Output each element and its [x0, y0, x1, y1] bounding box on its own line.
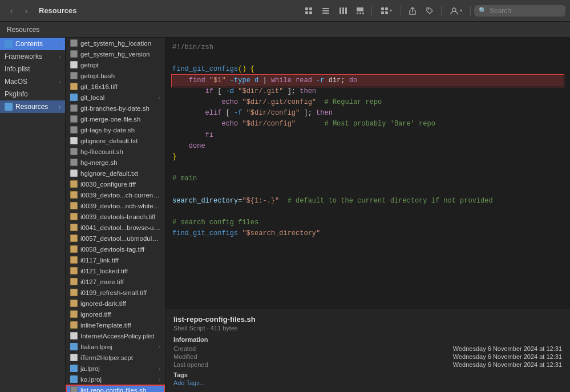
file-item[interactable]: i0041_devtool...browse-up.tiff: [66, 222, 165, 233]
file-item[interactable]: i0039_devtools-branch.tiff: [66, 211, 165, 222]
svg-rect-3: [309, 11, 312, 14]
sidebar-item-frameworks[interactable]: Frameworks ›: [0, 50, 65, 63]
chevron-right-icon: ›: [59, 54, 60, 60]
sidebar-item-label: PkgInfo: [5, 90, 28, 98]
file-item[interactable]: ko.lproj ›: [66, 374, 165, 385]
search-box[interactable]: 🔍: [474, 5, 565, 17]
file-icon: [70, 72, 78, 79]
code-line: }: [172, 152, 563, 163]
file-item[interactable]: ja.lproj ›: [66, 363, 165, 374]
sidebar-item-infoplist[interactable]: Info.plist: [0, 63, 65, 75]
file-icon: [70, 50, 78, 58]
svg-rect-14: [381, 7, 384, 10]
code-view[interactable]: #!/bin/zsh find_git_configs() { find "$1…: [165, 38, 570, 309]
list-view-button[interactable]: [318, 3, 334, 18]
search-icon: 🔍: [479, 7, 487, 14]
file-icon: [70, 310, 78, 318]
code-line: find_git_configs() {: [172, 64, 563, 75]
share-button[interactable]: [405, 3, 421, 18]
file-item[interactable]: inlineTemplate.tiff: [66, 320, 165, 330]
sidebar-item-pkginfo[interactable]: PkgInfo: [0, 88, 65, 100]
code-line: elif [ -f "$dir/config" ]; then: [172, 108, 563, 119]
code-line: echo "$dir/config" # Most probably 'Bare…: [172, 119, 563, 130]
info-row-created: Created Wednesday 6 November 2024 at 12:…: [173, 345, 562, 352]
code-line: [172, 184, 563, 195]
file-item[interactable]: Italian.lproj ›: [66, 341, 165, 352]
sidebar-item-macos[interactable]: MacOS ›: [0, 75, 65, 88]
file-item[interactable]: hg-filecount.sh: [66, 146, 165, 157]
chevron-right-icon: ›: [159, 344, 160, 350]
breadcrumb-resources[interactable]: Resources: [7, 26, 39, 34]
toolbar: ‹ › Resources ▾ ▾: [0, 0, 570, 22]
file-icon: [70, 39, 78, 47]
file-item[interactable]: ignored-dark.tiff: [66, 298, 165, 309]
file-icon: [70, 191, 78, 199]
file-item[interactable]: i0121_locked.tiff: [66, 265, 165, 276]
info-modified-value: Wednesday 6 November 2024 at 12:31: [219, 353, 562, 360]
back-button[interactable]: ‹: [5, 4, 18, 18]
file-icon: [70, 354, 78, 361]
file-item[interactable]: hg-merge.sh: [66, 157, 165, 168]
file-item[interactable]: git-tags-by-date.sh: [66, 124, 165, 135]
view-options-button[interactable]: ▾: [375, 3, 397, 18]
selected-file-label: list-repo-config-files.sh: [80, 387, 146, 393]
file-item[interactable]: iTerm2Helper.scpt: [66, 352, 165, 363]
forward-button[interactable]: ›: [19, 4, 33, 18]
file-item[interactable]: i0117_link.tiff: [66, 254, 165, 265]
file-item[interactable]: i0127_more.tiff: [66, 276, 165, 287]
columns-view-button[interactable]: [335, 3, 351, 18]
sidebar-item-label: Info.plist: [5, 65, 30, 73]
info-subtitle: Shell Script · 411 bytes: [173, 325, 562, 332]
file-item[interactable]: hgignore_default.txt: [66, 168, 165, 179]
svg-rect-2: [305, 11, 308, 14]
sidebar-item-contents[interactable]: Contents ›: [0, 38, 65, 50]
file-icon: [70, 386, 78, 392]
code-line: # search config files: [172, 217, 563, 228]
info-row-last-opened: Last opened Wednesday 6 November 2024 at…: [173, 361, 562, 368]
file-item[interactable]: i0039_devtoo...nch-white.tiff: [66, 200, 165, 211]
file-item[interactable]: i0030_configure.tiff: [66, 179, 165, 189]
file-item[interactable]: get_system_hg_location: [66, 38, 165, 49]
file-icon: [70, 267, 78, 274]
file-icon: [70, 104, 78, 112]
svg-rect-17: [385, 11, 388, 14]
main-content: Contents › Frameworks › Info.plist MacOS…: [0, 38, 570, 392]
svg-rect-5: [322, 10, 329, 11]
info-add-tags[interactable]: Add Tags...: [173, 379, 562, 386]
chevron-right-icon: ›: [159, 366, 160, 371]
grid-view-button[interactable]: [301, 3, 317, 18]
sidebar-item-resources[interactable]: Resources ›: [0, 100, 65, 113]
file-item[interactable]: i0039_devtoo...ch-current.tiff: [66, 189, 165, 200]
file-item[interactable]: gitignore_default.txt: [66, 135, 165, 146]
file-item[interactable]: getopt: [66, 59, 165, 70]
file-item[interactable]: ignored.tiff: [66, 309, 165, 320]
info-created-value: Wednesday 6 November 2024 at 12:31: [219, 345, 562, 352]
file-icon: [70, 332, 78, 340]
file-item[interactable]: git_local ›: [66, 92, 165, 103]
file-item[interactable]: getopt.bash: [66, 70, 165, 81]
gallery-view-button[interactable]: [352, 3, 368, 18]
svg-rect-10: [357, 7, 363, 11]
file-icon: [70, 213, 78, 220]
file-item[interactable]: i0057_devtool...ubmodule.tiff: [66, 233, 165, 244]
code-line: #!/bin/zsh: [172, 42, 563, 53]
file-icon: [70, 256, 78, 264]
file-item[interactable]: git-merge-one-file.sh: [66, 114, 165, 124]
file-item[interactable]: get_system_hg_version: [66, 49, 165, 59]
file-item[interactable]: i0199_refresh-small.tiff: [66, 287, 165, 298]
chevron-right-icon: ›: [59, 41, 60, 47]
info-row-modified: Modified Wednesday 6 November 2024 at 12…: [173, 353, 562, 360]
search-input[interactable]: [490, 7, 561, 15]
profile-button[interactable]: ▾: [445, 3, 467, 18]
file-list-panel: get_system_hg_location get_system_hg_ver…: [66, 38, 165, 392]
file-item[interactable]: git_16x16.tiff: [66, 81, 165, 92]
code-line: done: [172, 141, 563, 152]
file-item[interactable]: git-branches-by-date.sh: [66, 103, 165, 114]
file-icon: [70, 126, 78, 134]
file-item-selected[interactable]: list-repo-config-files.sh: [66, 385, 165, 392]
breadcrumb-label: Resources: [7, 26, 39, 34]
file-item[interactable]: InternetAccessPolicy.plist: [66, 330, 165, 341]
tag-button[interactable]: [422, 3, 438, 18]
file-item[interactable]: i0058_devtools-tag.tiff: [66, 244, 165, 254]
folder-icon: [5, 103, 13, 111]
